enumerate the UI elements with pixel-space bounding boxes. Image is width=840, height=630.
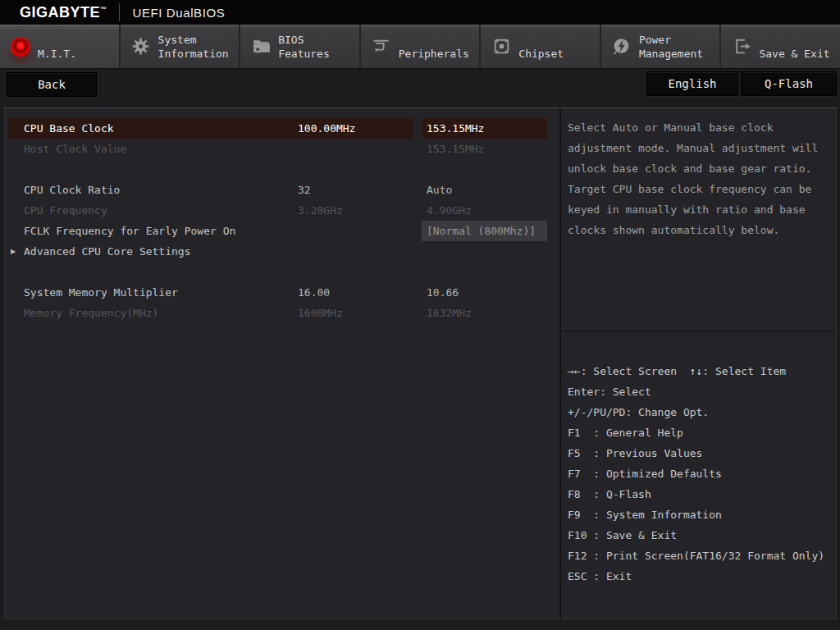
bios-title: UEFI DualBIOS: [133, 6, 226, 20]
help-line: Target CPU base clock frequency can be: [568, 179, 829, 199]
setting-current-value: 10.66: [422, 282, 547, 303]
row-spacer: [5, 262, 559, 282]
language-button[interactable]: English: [646, 71, 738, 96]
setting-row-host-clock-value: Host Clock Value 153.15MHz: [5, 139, 559, 159]
qflash-button[interactable]: Q-Flash: [741, 71, 837, 96]
setting-label: System Memory Multiplier: [24, 286, 178, 299]
back-button[interactable]: Back: [7, 72, 97, 97]
setting-label: CPU Frequency: [24, 204, 107, 217]
help-line: Select Auto or Manual base clock: [568, 117, 829, 138]
hotkey-line: F12 : Print Screen(FAT16/32 Format Only): [568, 546, 829, 566]
setting-row-memory-frequency: Memory Frequency(MHz) 1600MHz 1632MHz: [5, 303, 559, 323]
tab-label: PowerManagement: [639, 33, 703, 61]
setting-current-value: 153.15MHz: [422, 118, 547, 139]
hotkey-line: F10 : Save & Exit: [568, 525, 829, 546]
tab-system-information[interactable]: SystemInformation: [121, 25, 241, 68]
topbar-divider: [119, 3, 120, 21]
hotkey-legend: →←: Select Screen ↑↓: Select Item Enter:…: [561, 331, 836, 587]
setting-current-value: Auto: [422, 180, 547, 200]
hotkey-line: ESC : Exit: [568, 566, 829, 587]
help-panel: Select Auto or Manual base clock adjustm…: [559, 107, 837, 619]
settings-panel: CPU Base Clock 100.00MHz 153.15MHz Host …: [4, 107, 559, 619]
chipset-icon: [491, 36, 512, 57]
gigabyte-logo: GIGABYTE™: [20, 4, 107, 21]
tab-chipset[interactable]: Chipset: [481, 25, 601, 68]
setting-label: Advanced CPU Core Settings: [24, 245, 191, 258]
setting-default-value: 100.00MHz: [298, 118, 355, 139]
setting-row-system-memory-multiplier[interactable]: System Memory Multiplier 16.00 10.66: [5, 282, 559, 303]
setting-row-cpu-frequency: CPU Frequency 3.20GHz 4.90GHz: [5, 200, 559, 221]
folder-plus-icon: [250, 36, 272, 57]
row-spacer: [5, 159, 559, 180]
setting-label: Host Clock Value: [24, 143, 126, 155]
tab-bar: M.I.T. SystemInformation: [0, 25, 840, 69]
setting-label: CPU Base Clock: [24, 122, 114, 135]
hotkey-line: F9 : System Information: [568, 504, 829, 525]
tab-label: Chipset: [518, 33, 564, 61]
setting-current-value: 153.15MHz: [422, 139, 547, 159]
help-line: unlock base clock and base gear ratio.: [568, 158, 829, 179]
tab-label: Save & Exit: [759, 33, 829, 61]
setting-row-cpu-base-clock[interactable]: CPU Base Clock 100.00MHz 153.15MHz: [5, 118, 559, 139]
help-text: Select Auto or Manual base clock adjustm…: [561, 108, 836, 331]
hotkey-line: +/-/PU/PD: Change Opt.: [568, 402, 829, 422]
tab-label: BIOSFeatures: [278, 33, 330, 61]
setting-label: Memory Frequency(MHz): [24, 307, 158, 319]
top-bar: GIGABYTE™ UEFI DualBIOS: [0, 0, 840, 25]
help-line: keyed in manually with ratio and base: [568, 199, 829, 220]
setting-row-fclk-frequency[interactable]: FCLK Frequency for Early Power On [Norma…: [5, 221, 559, 241]
hotkey-line: F5 : Previous Values: [568, 443, 829, 463]
hotkey-line: Enter: Select: [568, 381, 829, 402]
setting-default-value: 1600MHz: [298, 303, 343, 323]
tab-label: M.I.T.: [38, 33, 76, 61]
setting-current-value: 1632MHz: [422, 303, 547, 323]
setting-current-value: [422, 241, 547, 262]
gear-icon: [130, 36, 152, 57]
mit-red-dot-icon: [10, 36, 31, 57]
tab-mit[interactable]: M.I.T.: [0, 25, 121, 68]
tab-label: Peripherals: [399, 33, 469, 61]
setting-row-advanced-cpu-core-settings[interactable]: ▶ Advanced CPU Core Settings: [5, 241, 559, 262]
tab-power-management[interactable]: PowerManagement: [601, 25, 722, 68]
hotkey-line: F7 : Optimized Defaults: [568, 463, 829, 484]
setting-label: FCLK Frequency for Early Power On: [24, 225, 235, 237]
setting-default-value: 32: [298, 180, 311, 200]
setting-default-value: 16.00: [298, 282, 330, 303]
help-line: adjustment mode. Manual adjustment will: [568, 138, 829, 158]
help-line: clocks shown automatically below.: [568, 220, 829, 240]
hotkey-line: →←: Select Screen ↑↓: Select Item: [568, 361, 829, 381]
tab-label: SystemInformation: [158, 33, 229, 61]
setting-default-value: 3.20GHz: [298, 200, 343, 221]
setting-row-cpu-clock-ratio[interactable]: CPU Clock Ratio 32 Auto: [5, 180, 559, 200]
exit-door-icon: [731, 36, 752, 57]
hotkey-line: F1 : General Help: [568, 422, 829, 443]
tab-save-exit[interactable]: Save & Exit: [721, 25, 840, 68]
tab-peripherals[interactable]: Peripherals: [361, 25, 482, 68]
setting-current-value: 4.90GHz: [422, 200, 547, 221]
power-bolt-icon: [611, 36, 632, 57]
hotkey-line: F8 : Q-Flash: [568, 484, 829, 504]
setting-value-box[interactable]: [Normal (800Mhz)]: [422, 221, 547, 241]
peripherals-icon: [371, 36, 392, 57]
tab-bios-features[interactable]: BIOSFeatures: [240, 25, 361, 68]
submenu-arrow-icon: ▶: [11, 241, 16, 262]
setting-label: CPU Clock Ratio: [24, 184, 120, 196]
